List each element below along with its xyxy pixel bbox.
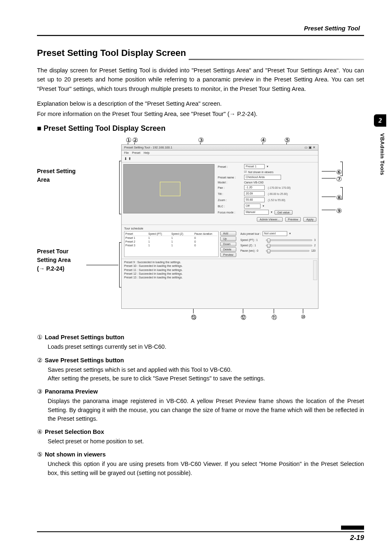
cell: 0 — [194, 236, 217, 239]
pan-range: (-170.00 to 170.00) — [268, 186, 291, 189]
callout-13: ⑬ — [191, 314, 196, 321]
callout-2: ② — [132, 136, 138, 144]
zoom-label: Zoom : — [218, 199, 242, 202]
presetname-input[interactable]: Checkout Area — [244, 175, 281, 180]
subheading: Preset Setting Tool Display Screen — [37, 124, 364, 133]
speedz-slider[interactable] — [266, 245, 312, 246]
tour-table: Preset Speed (PT) Speed (Z) Pause durati… — [124, 231, 219, 257]
item-num: ② — [37, 357, 42, 364]
log-line: Preset 12 : Succeeded in loading the set… — [124, 272, 316, 276]
window-controls-icon[interactable]: ▭ ▣ ✕ — [304, 146, 316, 149]
screenshot-window: Preset Setting Tool - 192.168.100.1 ▭ ▣ … — [121, 144, 318, 309]
pause-slider[interactable] — [266, 250, 309, 252]
down-button[interactable]: Down — [220, 242, 236, 246]
bracket-icon — [340, 162, 343, 176]
preview-button[interactable]: Preview — [285, 217, 301, 222]
speedpt-label: Speed (PT) : 1 — [240, 239, 264, 241]
chapter-tab-text: VBAdmin Tools — [379, 131, 385, 175]
cell: Preset 1 — [125, 236, 148, 239]
preview-frame[interactable] — [160, 182, 180, 196]
page-number: 2-19 — [37, 534, 364, 542]
log-area: Preset 9 : Succeeded in loading the sett… — [122, 259, 318, 281]
cell: 1 — [148, 240, 171, 243]
table-row[interactable]: Preset 2110 — [125, 240, 217, 243]
preset-select[interactable]: Preset 1 — [244, 164, 265, 169]
table-row[interactable]: Preset 3110 — [125, 243, 217, 247]
bracket-icon — [340, 187, 343, 199]
speedz-max: 2 — [314, 244, 316, 247]
page-footer: 2-19 — [37, 531, 364, 542]
focus-label: Focus mode : — [218, 211, 242, 214]
col-sz: Speed (Z) — [171, 232, 194, 235]
panorama-preview[interactable] — [123, 164, 214, 213]
auto-tour-select[interactable]: Not used — [263, 231, 287, 236]
cell: 1 — [171, 244, 194, 247]
definition-list: ①Load Preset Settings button Loads prese… — [37, 334, 364, 477]
item-body: Displays the panorama image registered i… — [48, 397, 364, 423]
speedz-label: Speed (Z) : 1 — [240, 244, 264, 247]
pause-max: 120 — [311, 249, 316, 252]
tilt-input[interactable]: 20.09 — [244, 191, 265, 196]
log-line: Preset 10 : Succeeded in loading the set… — [124, 264, 316, 268]
apply-button[interactable]: Apply — [303, 217, 316, 222]
menu-file[interactable]: File — [124, 151, 129, 154]
lead — [322, 197, 336, 197]
callout-3: ③ — [198, 136, 204, 144]
getvalue-button[interactable]: Get value — [274, 210, 293, 215]
save-icon[interactable]: ⬆ — [128, 157, 131, 161]
up-button[interactable]: Up — [220, 236, 236, 241]
item-num: ③ — [37, 388, 42, 395]
cell: Preset 3 — [125, 244, 148, 247]
pan-input[interactable]: -1.20 — [244, 185, 265, 190]
item-title: Save Preset Settings button — [45, 357, 124, 364]
cell: 1 — [148, 244, 171, 247]
intro-paragraph-1: The display screen for Preset Setting To… — [37, 66, 364, 93]
cell: 1 — [148, 236, 171, 239]
callout-7: ⑦ — [336, 175, 342, 183]
callout-5: ⑤ — [284, 136, 290, 144]
window-titlebar: Preset Setting Tool - 192.168.100.1 ▭ ▣ … — [122, 145, 318, 151]
zoom-input[interactable]: 55.80 — [244, 197, 265, 202]
col-pd: Pause duration — [194, 232, 217, 235]
item-title: Not shown in viewers — [45, 451, 106, 458]
load-icon[interactable]: ⬇ — [124, 157, 127, 161]
tour-preview-button[interactable]: Preview — [220, 253, 236, 257]
intro-paragraph-2: Explanation below is a description of th… — [37, 99, 364, 108]
lead — [322, 178, 336, 178]
col-spt: Speed (PT) — [148, 232, 171, 235]
zoom-range: (1.52 to 55.80) — [268, 199, 285, 202]
scrollbar[interactable] — [313, 260, 317, 280]
cell: Preset 2 — [125, 240, 148, 243]
add-button[interactable]: Add — [220, 231, 236, 236]
chapter-tab: 2 — [374, 114, 386, 127]
delete-button[interactable]: Delete — [220, 247, 236, 252]
window-title: Preset Setting Tool - 192.168.100.1 — [124, 146, 172, 149]
list-item: ①Load Preset Settings button Loads prese… — [37, 334, 364, 351]
lead — [322, 171, 336, 171]
label-preset-tour-1: Preset Tour — [37, 247, 71, 256]
lead — [86, 265, 118, 265]
callout-9: ⑨ — [336, 207, 342, 215]
focus-select[interactable]: Manual — [244, 210, 269, 215]
cell: 1 — [171, 240, 194, 243]
adminviewer-button[interactable]: Admin Viewer... — [257, 217, 283, 222]
menu-bar: File Preset Help — [122, 151, 318, 155]
log-line: Preset 13 : Succeeded in loading the set… — [124, 276, 316, 279]
menu-preset[interactable]: Preset — [132, 151, 140, 154]
notshown-checkbox[interactable]: ☑ — [244, 170, 247, 174]
item-title: Preset Selection Box — [45, 429, 104, 435]
presetname-label: Preset name : — [218, 176, 242, 179]
blc-select[interactable]: Off — [244, 204, 261, 208]
item-body: Loads preset settings currently set in V… — [48, 343, 364, 351]
toolbar: ⬇ ⬆ — [122, 155, 318, 162]
callout-4: ④ — [261, 136, 266, 144]
item-body: Saves preset settings which is set and a… — [48, 366, 364, 383]
label-preset-setting-2: Area — [37, 176, 76, 184]
menu-help[interactable]: Help — [144, 151, 150, 154]
section-title-underline — [189, 59, 364, 60]
callout-10: ⑩ — [301, 314, 306, 320]
header-rule — [37, 35, 364, 36]
table-row[interactable]: Preset 1110 — [125, 236, 217, 240]
speedpt-slider[interactable] — [266, 239, 312, 241]
log-line: Preset 9 : Succeeded in loading the sett… — [124, 260, 316, 264]
